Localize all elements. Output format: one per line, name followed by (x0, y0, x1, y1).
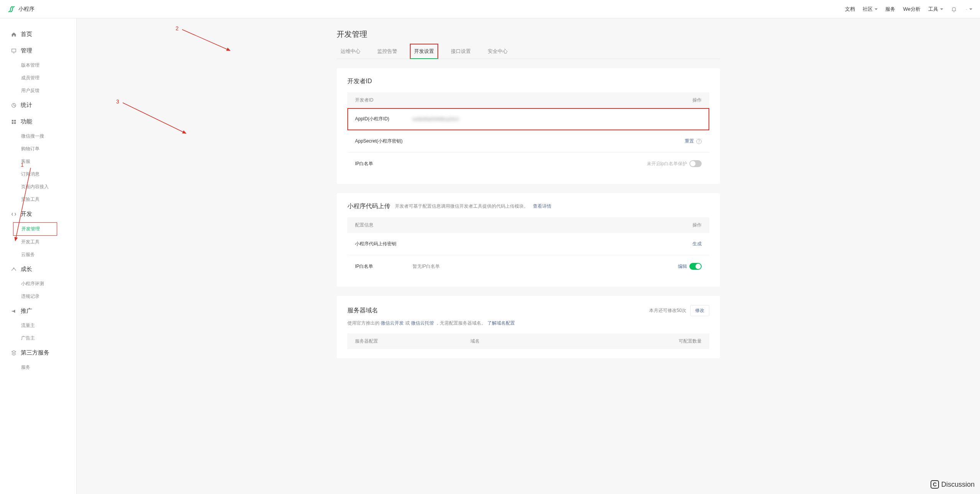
sidebar-subitem-advertiser[interactable]: 广告主 (0, 332, 76, 345)
topbar: 小程序 文档 社区 服务 We分析 工具 - (0, 0, 980, 18)
server-domain-modify-button[interactable]: 修改 (690, 305, 709, 316)
ip-whitelist-toggle-1[interactable] (689, 160, 702, 167)
growth-icon (11, 266, 17, 272)
sidebar-subitem-member-manage[interactable]: 成员管理 (0, 72, 76, 84)
tab-monitor-alert[interactable]: 监控告警 (373, 44, 401, 59)
row-appid: AppID(小程序ID) wx8a3ba03e981a20c3 (347, 108, 709, 130)
sidebar-subitem-shopping-orders[interactable]: 购物订单 (0, 143, 76, 155)
svg-rect-6 (14, 122, 16, 123)
wechat-mini-logo-icon (8, 5, 15, 13)
sidebar-subitem-user-feedback[interactable]: 用户反馈 (0, 84, 76, 97)
sidebar-subitem-experiment-tools[interactable]: 实验工具 (0, 193, 76, 206)
ip-whitelist-label-2: IP白名单 (355, 263, 413, 270)
grid-icon (11, 119, 17, 125)
topnav-services[interactable]: 服务 (885, 6, 895, 13)
sidebar-subitem-subscribe-msg[interactable]: 订阅消息 (0, 168, 76, 181)
upload-secret-label: 小程序代码上传密钥 (355, 241, 413, 247)
annotation-3: 3 (121, 101, 190, 139)
server-domain-desc: 使用官方推出的 微信云开发 或 微信云托管 ，无需配置服务器域名。 了解域名配置 (347, 320, 709, 327)
server-domain-title: 服务器域名 (347, 307, 378, 315)
row-upload-secret: 小程序代码上传密钥 生成 (347, 233, 709, 255)
monitor-icon (11, 48, 17, 54)
appid-value: wx8a3ba03e981a20c3 (413, 117, 702, 122)
sidebar-subitem-wx-search[interactable]: 微信搜一搜 (0, 130, 76, 143)
ip-whitelist-label-1: IP白名单 (355, 161, 413, 167)
sidebar-section-thirdparty[interactable]: 第三方服务 (0, 345, 76, 361)
chevron-down-icon (969, 8, 972, 10)
topnav-user[interactable]: - (965, 6, 972, 12)
notifications-icon[interactable] (951, 6, 957, 12)
svg-rect-0 (12, 49, 16, 52)
topnav-community[interactable]: 社区 (863, 6, 878, 13)
watermark-label: Discussion (941, 481, 975, 489)
developer-id-header: 开发者ID 操作 (347, 92, 709, 108)
layout: 首页 管理 版本管理 成员管理 用户反馈 统计 功能 微信搜一搜 购物订单 客服… (0, 18, 980, 494)
svg-rect-4 (14, 120, 16, 121)
tab-dev-settings[interactable]: 开发设置 (410, 44, 438, 59)
code-upload-header: 配置信息 操作 (347, 217, 709, 233)
sidebar-subitem-cloud-services[interactable]: 云服务 (0, 248, 76, 261)
main: 开发管理 运维中心 监控告警 开发设置 接口设置 安全中心 开发者ID 开发者I… (77, 18, 980, 494)
code-upload-detail-link[interactable]: 查看详情 (533, 203, 551, 210)
pie-icon (11, 102, 17, 108)
appid-label: AppID(小程序ID) (355, 116, 413, 122)
appsecret-reset-link[interactable]: 重置 ? (685, 138, 702, 144)
svg-point-7 (13, 268, 15, 269)
link-wx-cloud-dev[interactable]: 微信云开发 (381, 320, 404, 326)
sidebar-section-manage[interactable]: 管理 (0, 43, 76, 59)
sidebar-section-growth[interactable]: 成长 (0, 261, 76, 277)
stack-icon (11, 350, 17, 356)
code-upload-card: 小程序代码上传 开发者可基于配置信息调用微信开发者工具提供的代码上传模块。 查看… (337, 193, 720, 287)
sidebar: 首页 管理 版本管理 成员管理 用户反馈 统计 功能 微信搜一搜 购物订单 客服… (0, 18, 77, 494)
watermark: C Discussion (931, 480, 975, 489)
topbar-left: 小程序 (8, 5, 35, 13)
sidebar-section-develop[interactable]: 开发 (0, 206, 76, 222)
sidebar-subitem-dev-tools[interactable]: 开发工具 (0, 236, 76, 248)
sidebar-section-promotion[interactable]: 推广 (0, 303, 76, 319)
ip-whitelist-status: 未开启ip白名单保护 (647, 161, 687, 167)
topbar-title: 小程序 (18, 6, 35, 13)
server-domain-header: 服务器域名 本月还可修改50次 修改 (347, 305, 709, 316)
tab-security-center[interactable]: 安全中心 (484, 44, 511, 59)
server-domain-card: 服务器域名 本月还可修改50次 修改 使用官方推出的 微信云开发 或 微信云托管… (337, 296, 720, 358)
appsecret-label: AppSecret(小程序密钥) (355, 138, 413, 144)
sidebar-section-home[interactable]: 首页 (0, 26, 76, 43)
sidebar-subitem-miniprogram-eval[interactable]: 小程序评测 (0, 277, 76, 290)
server-domain-remaining: 本月还可修改50次 (649, 307, 686, 314)
link-learn-domain-config[interactable]: 了解域名配置 (487, 320, 515, 326)
svg-line-11 (182, 30, 230, 51)
svg-rect-3 (12, 120, 13, 121)
svg-line-13 (123, 103, 186, 133)
topnav-tools[interactable]: 工具 (928, 6, 943, 13)
annotation-2: 2 (180, 28, 234, 54)
ip-whitelist-edit-link[interactable]: 编辑 (678, 263, 687, 270)
ip-whitelist-toggle-2[interactable] (689, 263, 702, 270)
tab-ops-center[interactable]: 运维中心 (337, 44, 364, 59)
sidebar-subitem-traffic-owner[interactable]: 流量主 (0, 319, 76, 332)
developer-id-card: 开发者ID 开发者ID 操作 AppID(小程序ID) wx8a3ba03e98… (337, 68, 720, 184)
sidebar-subitem-customer-service[interactable]: 客服 (0, 155, 76, 168)
ip-whitelist-value-2: 暂无IP白名单 (413, 263, 678, 270)
sidebar-subitem-version-manage[interactable]: 版本管理 (0, 59, 76, 72)
sidebar-subitem-page-content-access[interactable]: 页面内容接入 (0, 181, 76, 193)
sidebar-subitem-dev-manage[interactable]: 开发管理 (13, 222, 57, 236)
sidebar-subitem-violation-records[interactable]: 违规记录 (0, 290, 76, 303)
home-icon (11, 31, 17, 38)
topnav-docs[interactable]: 文档 (845, 6, 855, 13)
page-title: 开发管理 (337, 29, 720, 39)
svg-rect-5 (12, 122, 13, 123)
upload-secret-generate-link[interactable]: 生成 (692, 241, 702, 247)
chevron-down-icon (875, 8, 878, 10)
link-wx-cloud-host[interactable]: 微信云托管 (411, 320, 434, 326)
help-icon[interactable]: ? (696, 139, 702, 144)
watermark-icon: C (931, 480, 939, 489)
topnav-weanalytics[interactable]: We分析 (903, 6, 920, 13)
code-icon (11, 211, 17, 217)
tab-api-settings[interactable]: 接口设置 (447, 44, 475, 59)
code-upload-title: 小程序代码上传 开发者可基于配置信息调用微信开发者工具提供的代码上传模块。 查看… (347, 202, 709, 210)
sidebar-section-features[interactable]: 功能 (0, 113, 76, 130)
server-domain-table-header: 服务器配置 域名 可配置数量 (347, 333, 709, 349)
sidebar-section-stats[interactable]: 统计 (0, 97, 76, 113)
row-ip-whitelist-1: IP白名单 未开启ip白名单保护 (347, 153, 709, 175)
sidebar-subitem-services[interactable]: 服务 (0, 361, 76, 374)
